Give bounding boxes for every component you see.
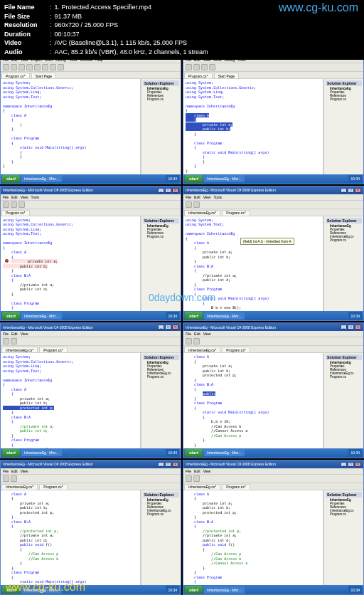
new-icon[interactable] [3, 475, 9, 482]
task-item[interactable]: InheritanceEg - Micr... [21, 449, 62, 456]
menu-view[interactable]: View [21, 195, 28, 199]
system-tray[interactable]: 10:34 [348, 586, 362, 594]
minimize-icon[interactable]: _ [158, 188, 164, 193]
tab-program[interactable]: Program.cs* [39, 484, 68, 490]
menu-file[interactable]: File [186, 195, 191, 199]
minimize-icon[interactable]: _ [341, 188, 347, 193]
close-icon[interactable]: × [172, 325, 178, 330]
menu-edit[interactable]: Edit [11, 195, 18, 199]
task-item[interactable]: InheritanceEg - Micr... [204, 175, 245, 182]
system-tray[interactable]: 10:34 [166, 312, 179, 320]
start-button[interactable]: start [185, 175, 203, 183]
run-icon[interactable] [18, 201, 25, 208]
window-titlebar[interactable]: InheritanceEg - Microsoft Visual C# 2008… [183, 460, 363, 468]
system-tray[interactable]: 10:34 [166, 449, 179, 457]
code-editor[interactable]: class A { private int a; public int b; p… [183, 490, 323, 586]
save-icon[interactable] [193, 338, 200, 344]
close-icon[interactable]: × [355, 325, 361, 330]
tab-program[interactable]: Program.cs* [222, 210, 250, 216]
task-item[interactable]: InheritanceEg - Micr... [204, 449, 245, 456]
menu-view[interactable]: View [203, 332, 211, 336]
new-icon[interactable] [3, 338, 9, 344]
solution-explorer[interactable]: Solution Explorer InheritanceEg Properti… [141, 79, 181, 174]
tree-file-prog[interactable]: Program.cs [326, 375, 362, 379]
task-item[interactable]: InheritanceEg - Micr... [204, 586, 245, 594]
run-icon[interactable] [209, 64, 215, 70]
minimize-icon[interactable]: _ [158, 462, 164, 467]
solution-explorer[interactable]: Solution Explorer InheritanceEg Properti… [141, 490, 181, 586]
close-icon[interactable]: × [172, 462, 178, 467]
paste-icon[interactable] [42, 64, 48, 70]
solution-explorer[interactable]: Solution Explorer InheritanceEg Properti… [323, 353, 363, 448]
tab-inheritance[interactable]: InheritanceEg.cs* [1, 484, 38, 490]
new-icon[interactable] [186, 338, 192, 344]
window-titlebar[interactable]: InheritanceEg - Microsoft Visual C# 2008… [1, 460, 181, 468]
window-titlebar[interactable]: InheritanceEg - Microsoft Visual C# 2008… [1, 323, 181, 331]
tree-file-prog[interactable]: Program.cs [143, 375, 179, 379]
menu-edit[interactable]: Edit [194, 195, 200, 199]
tab-inheritance[interactable]: InheritanceEg.cs* [184, 210, 220, 216]
copy-icon[interactable] [34, 64, 41, 70]
save-icon[interactable] [18, 64, 25, 70]
tree-file-prog[interactable]: Program.cs [143, 512, 179, 516]
tree-program[interactable]: Program.cs [143, 235, 179, 238]
minimize-icon[interactable]: _ [341, 462, 347, 467]
menu-edit[interactable]: Edit [11, 469, 18, 473]
start-button[interactable]: start [185, 449, 203, 457]
maximize-icon[interactable]: □ [348, 462, 354, 467]
new-icon[interactable] [186, 201, 192, 208]
tab-program[interactable]: Program.cs* [39, 347, 68, 352]
system-tray[interactable]: 10:34 [166, 586, 179, 594]
menu-file[interactable]: File [3, 469, 9, 473]
open-icon[interactable] [193, 64, 200, 70]
undo-icon[interactable] [50, 64, 56, 70]
start-button[interactable]: start [185, 312, 203, 320]
save-icon[interactable] [193, 201, 200, 208]
tree-file-prog[interactable]: Program.cs [326, 512, 362, 516]
code-editor[interactable]: using System; using System.Collections.G… [183, 79, 323, 174]
window-titlebar[interactable]: InheritanceEg - Microsoft Visual C# 2008… [183, 186, 363, 194]
tree-program[interactable]: Program.cs [326, 98, 362, 101]
new-icon[interactable] [186, 475, 192, 482]
open-icon[interactable] [11, 64, 17, 70]
system-tray[interactable]: 10:34 [348, 175, 362, 183]
start-button[interactable]: start [2, 312, 20, 320]
save-icon[interactable] [11, 338, 17, 344]
menu-file[interactable]: File [3, 332, 9, 336]
tab-start[interactable]: Start Page [31, 73, 57, 78]
tab-program[interactable]: Program.cs* [184, 73, 213, 78]
menu-view[interactable]: View [21, 469, 28, 473]
close-icon[interactable]: × [355, 188, 361, 193]
system-tray[interactable]: 10:34 [348, 449, 362, 457]
tree-file-prog[interactable]: Program.cs [326, 238, 362, 242]
system-tray[interactable]: 10:34 [348, 312, 362, 320]
maximize-icon[interactable]: □ [165, 462, 171, 467]
tab-inheritance[interactable]: InheritanceEg.cs* [184, 484, 220, 490]
new-icon[interactable] [186, 64, 192, 70]
menu-file[interactable]: File [186, 332, 191, 336]
menu-edit[interactable]: Edit [194, 469, 200, 473]
start-button[interactable]: start [185, 586, 203, 594]
task-item[interactable]: InheritanceEg - Micr... [204, 312, 245, 320]
menu-tools[interactable]: Tools [213, 195, 222, 199]
cut-icon[interactable] [26, 64, 33, 70]
system-tray[interactable]: 10:34 [166, 175, 179, 183]
maximize-icon[interactable]: □ [348, 188, 354, 193]
code-editor[interactable]: using System; using System.Collections.G… [1, 216, 141, 312]
save-icon[interactable] [193, 475, 200, 482]
tab-program[interactable]: Program.cs* [1, 210, 30, 216]
menu-view[interactable]: View [203, 195, 211, 199]
save-icon[interactable] [11, 201, 17, 208]
new-icon[interactable] [3, 201, 9, 208]
solution-explorer[interactable]: Solution Explorer InheritanceEg Properti… [323, 216, 363, 312]
tab-program[interactable]: Program.cs* [222, 484, 250, 490]
start-button[interactable]: start [2, 449, 20, 457]
code-editor[interactable]: using System; using System.Collections.G… [1, 79, 141, 174]
window-titlebar[interactable]: InheritanceEg - Microsoft Visual C# 2008… [183, 323, 363, 331]
close-icon[interactable]: × [355, 462, 361, 467]
solution-explorer[interactable]: Solution Explorer InheritanceEg Properti… [141, 353, 181, 448]
breakpoint-icon[interactable] [5, 259, 9, 263]
tab-inheritance[interactable]: InheritanceEg.cs* [1, 347, 38, 352]
menu-view[interactable]: View [203, 469, 211, 473]
save-icon[interactable] [201, 64, 208, 70]
